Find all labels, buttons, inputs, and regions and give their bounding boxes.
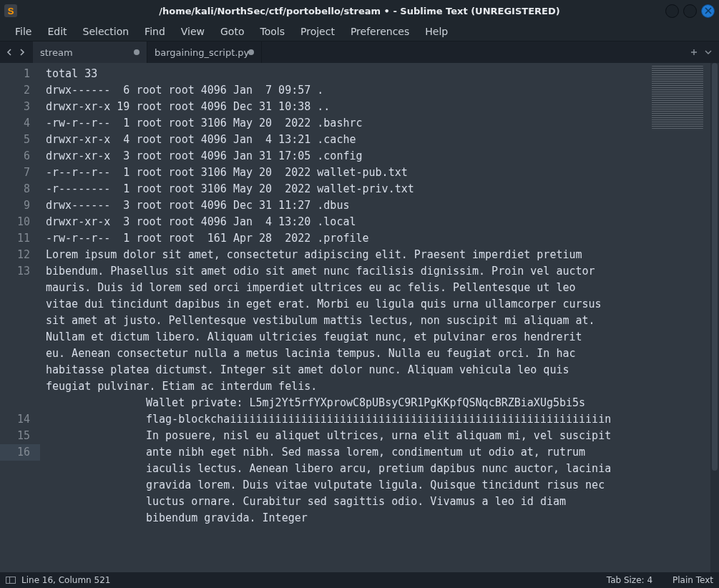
tab-stream[interactable]: stream [33,41,147,63]
close-button[interactable] [701,4,715,18]
tabs: stream bargaining_script.py [31,41,262,63]
code-line[interactable]: feugiat pulvinar. Etiam ac interdum feli… [46,378,647,395]
code-line[interactable]: -rw-r--r-- 1 root root 3106 May 20 2022 … [46,115,647,132]
maximize-button[interactable] [683,4,697,18]
line-number[interactable]: 6 [0,148,40,165]
code-line[interactable]: gravida lorem. Duis vitae vulputate ligu… [46,477,647,494]
line-number[interactable]: 16 [0,444,40,461]
code-line[interactable]: Lorem ipsum dolor sit amet, consectetur … [46,247,647,263]
title-bar: S /home/kali/NorthSec/ctf/portobello/str… [0,0,719,21]
code-line[interactable]: total 33 [46,66,647,82]
menu-find[interactable]: Find [137,23,173,40]
code-line[interactable]: bibendum. Phasellus sit amet odio sit am… [46,263,647,280]
chevron-right-icon [19,49,26,56]
code-line[interactable]: drwxr-xr-x 3 root root 4096 Jan 4 13:20 … [46,214,647,230]
code-line[interactable]: vitae dui tincidunt dapibus in eget erat… [46,296,647,313]
menu-tools[interactable]: Tools [252,23,293,40]
status-cursor[interactable]: Line 16, Column 521 [21,575,110,585]
line-number[interactable]: 12 [0,247,40,263]
tab-bargaining-script[interactable]: bargaining_script.py [147,41,262,63]
chevron-left-icon [6,49,13,56]
menu-help[interactable]: Help [417,23,456,40]
line-number[interactable]: 8 [0,181,40,197]
line-gutter[interactable]: 12345678910111213........141516..... [0,63,40,572]
code-line[interactable]: -r-------- 1 root root 3106 May 20 2022 … [46,181,647,197]
line-number[interactable]: 9 [0,197,40,214]
line-number[interactable]: 15 [0,428,40,444]
code-line[interactable]: -r--r--r-- 1 root root 3106 May 20 2022 … [46,165,647,181]
tab-dirty-indicator [248,49,254,55]
code-line[interactable]: luctus ornare. Curabitur sed sagittis od… [46,494,647,510]
line-number[interactable]: 13 [0,263,40,280]
code-line[interactable]: drwx------ 6 root root 4096 Jan 7 09:57 … [46,82,647,99]
close-icon [705,7,712,14]
menu-goto[interactable]: Goto [212,23,252,40]
line-number[interactable]: 5 [0,132,40,148]
sidebar-toggle-icon[interactable] [6,577,16,584]
new-tab-button[interactable] [689,47,699,57]
line-number[interactable]: 4 [0,115,40,132]
tab-label: bargaining_script.py [155,47,249,58]
code-line[interactable]: flag-blockchaiiiiiiiiiiiiiiiiiiiiiiiiiii… [46,411,647,428]
code-line[interactable]: drwx------ 3 root root 4096 Dec 31 11:27… [46,197,647,214]
code-line[interactable]: habitasse platea dictumst. Integer sit a… [46,362,647,378]
menu-bar: File Edit Selection Find View Goto Tools… [0,21,719,41]
menu-preferences[interactable]: Preferences [343,23,417,40]
plus-icon [690,49,698,56]
code-line[interactable]: bibendum gravida. Integer [46,510,647,526]
code-line[interactable]: Nullam et dictum libero. Aliquam ultrici… [46,329,647,346]
minimize-button[interactable] [665,4,679,18]
line-number[interactable]: 7 [0,165,40,181]
code-line[interactable]: drwxr-xr-x 4 root root 4096 Jan 4 13:21 … [46,132,647,148]
minimap[interactable] [652,66,703,129]
line-number[interactable]: 1 [0,66,40,82]
status-indent[interactable]: Tab Size: 4 [607,575,652,585]
status-bar: Line 16, Column 521 Tab Size: 4 Plain Te… [0,572,719,588]
tab-back-button[interactable] [3,44,16,60]
tab-strip: stream bargaining_script.py [0,41,719,63]
tab-forward-button[interactable] [16,44,29,60]
code-line[interactable]: Wallet private: L5mj2Yt5rfYXprowC8pUBsyC… [46,395,647,411]
menu-project[interactable]: Project [293,23,343,40]
code-area[interactable]: total 33drwx------ 6 root root 4096 Jan … [40,63,719,526]
tab-dirty-indicator [134,49,140,55]
line-number[interactable]: 14 [0,411,40,428]
scrollbar-vertical[interactable] [710,63,719,572]
code-line[interactable]: sit amet at justo. Pellentesque vestibul… [46,313,647,329]
app-icon: S [0,0,21,21]
code-line[interactable]: eu. Aenean consectetur nulla a metus lac… [46,346,647,362]
code-line[interactable]: drwxr-xr-x 19 root root 4096 Dec 31 10:3… [46,99,647,115]
code-line[interactable]: mauris. Duis id lorem sed orci imperdiet… [46,280,647,296]
menu-selection[interactable]: Selection [75,23,137,40]
tab-nav [0,41,31,63]
tab-extras [689,41,719,63]
menu-edit[interactable]: Edit [39,23,74,40]
code-line[interactable]: In posuere, nisl eu aliquet ultrices, ur… [46,428,647,444]
scrollbar-thumb[interactable] [712,63,718,471]
code-line[interactable]: iaculis lectus. Aenean libero arcu, pret… [46,461,647,477]
editor[interactable]: 12345678910111213........141516..... tot… [0,63,719,572]
code-line[interactable]: drwxr-xr-x 3 root root 4096 Jan 31 17:05… [46,148,647,165]
line-number[interactable]: 2 [0,82,40,99]
menu-file[interactable]: File [7,23,39,40]
line-number[interactable]: 10 [0,214,40,230]
window-controls [665,0,715,21]
chevron-down-icon [705,49,712,56]
status-syntax[interactable]: Plain Text [672,575,713,585]
window-title: /home/kali/NorthSec/ctf/portobello/strea… [0,6,719,16]
menu-view[interactable]: View [173,23,212,40]
code-line[interactable]: -rw-r--r-- 1 root root 161 Apr 28 2022 .… [46,230,647,247]
line-number[interactable]: 11 [0,230,40,247]
tab-label: stream [40,47,73,58]
code-line[interactable]: ante nibh eget nibh. Sed massa lorem, co… [46,444,647,461]
tab-overflow-button[interactable] [703,47,713,57]
line-number[interactable]: 3 [0,99,40,115]
